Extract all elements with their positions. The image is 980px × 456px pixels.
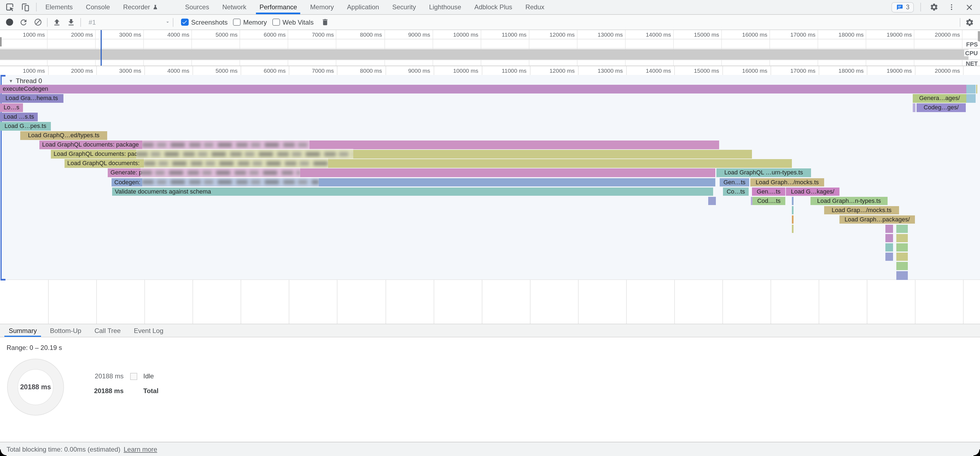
flame-bar[interactable]: Gen.…ts [752,187,785,196]
tab-performance[interactable]: Performance [253,0,304,14]
trash-icon[interactable] [318,16,332,28]
tab-recorder[interactable]: Recorder [116,0,165,14]
flame-bar-label: Load G…pes.ts [5,122,46,129]
close-devtools-icon[interactable] [963,1,975,13]
detail-tab-call-tree[interactable]: Call Tree [88,324,127,337]
checkbox-label: Web Vitals [282,18,313,26]
divider [80,18,81,27]
clear-recording-button[interactable] [30,16,45,28]
ruler-time-tick: 18000 ms [817,67,864,74]
flame-bar-fragment[interactable] [792,206,793,214]
flame-bar-fragment[interactable] [896,225,908,233]
inspect-element-icon[interactable] [3,1,16,13]
flame-bar-label: Co…ts [727,188,745,194]
tab-redux[interactable]: Redux [519,0,551,14]
flame-bar-label: Load G…kages/ [791,188,835,194]
flame-bar-fragment[interactable] [896,271,908,280]
flame-bar-fragment[interactable] [896,253,908,261]
history-select[interactable]: #1 [83,18,170,26]
issues-button[interactable]: 3 [891,2,914,12]
tab-application[interactable]: Application [340,0,385,14]
flame-bar[interactable]: Load …s.ts [0,113,38,121]
checkbox-web-vitals[interactable]: Web Vitals [272,18,313,26]
flame-bar[interactable]: Load G…kages/ [786,187,840,196]
tab-adblock-plus[interactable]: Adblock Plus [468,0,519,14]
flame-bar-fragment[interactable] [751,197,752,205]
detail-tab-summary[interactable]: Summary [2,324,43,337]
checkbox-screenshots[interactable]: Screenshots [181,18,228,26]
record-button[interactable] [2,16,16,28]
detail-tab-bottom-up[interactable]: Bottom-Up [43,324,88,337]
devtools-tabbar: ElementsConsoleRecorderSourcesNetworkPer… [0,0,980,15]
range-label: Range: 0 – 20.19 s [6,344,62,351]
flame-bar[interactable]: Lo…s [0,103,23,112]
flame-chart[interactable]: ▼ Thread 0 1000 ms2000 ms3000 ms4000 ms5… [0,66,980,324]
flame-bar[interactable]: Genera…ages/ [913,94,966,103]
flame-bar[interactable]: Load GraphQL …urn-types.ts [716,169,811,177]
window-corner [0,450,6,456]
tab-label: Elements [45,3,73,11]
ruler-time-tick: 4000 ms [142,67,189,74]
timeline-overview[interactable]: FPS CPU NET 1000 ms2000 ms3000 ms4000 ms… [0,30,980,66]
flame-bar[interactable]: Load G…pes.ts [0,122,51,130]
flame-bar-fragment[interactable] [885,234,893,243]
total-blocking-time-text: Total blocking time: 0.00ms (estimated) [6,445,120,453]
overview-right-handle[interactable] [978,31,980,41]
flame-bar-fragment[interactable] [885,243,893,252]
flame-bar-fragment[interactable] [966,85,975,93]
flame-bar-fragment[interactable] [896,234,908,243]
flame-bar-label: Load Gra…hema.ts [5,95,58,101]
flame-bar-fragment[interactable] [885,253,893,261]
tab-security[interactable]: Security [385,0,422,14]
flame-bar[interactable]: Load GraphQL documents: package [40,141,719,149]
flame-bar[interactable]: Load Graph…/mocks.ts [750,178,824,186]
flame-bar[interactable]: Codeg…ges/ [916,103,966,112]
flame-bar-fragment[interactable] [885,225,893,233]
tab-memory[interactable]: Memory [304,0,340,14]
flame-bar-fragment[interactable] [792,197,793,205]
flame-bar-fragment[interactable] [792,215,793,224]
flame-bar[interactable]: Gen…ts [720,178,749,186]
detail-tab-event-log[interactable]: Event Log [127,324,170,337]
flame-bar[interactable]: Load Graph…packages/ [840,215,915,224]
tab-sources[interactable]: Sources [178,0,216,14]
overview-left-handle[interactable] [0,37,2,46]
flame-bar-fragment[interactable] [966,94,975,103]
reload-and-record-button[interactable] [16,16,30,28]
load-profile-icon[interactable] [50,16,64,28]
net-label: NET [965,60,979,66]
flame-bar-fragment[interactable] [976,85,977,93]
tab-network[interactable]: Network [216,0,253,14]
flame-bar-label: Load GraphQL documents: [67,160,140,167]
flame-bar-label: Load Graph…/mocks.ts [756,178,819,185]
flame-bar-fragment[interactable] [913,103,915,112]
flame-bar[interactable]: executeCodegen [0,85,966,93]
thread-header[interactable]: ▼ Thread 0 [9,77,42,85]
gridline [962,30,963,66]
flame-bar[interactable]: Co…ts [723,187,749,196]
ruler-time-tick: 11000 ms [480,67,527,74]
tab-elements[interactable]: Elements [39,0,79,14]
flame-bar-fragment[interactable] [896,262,908,270]
checkbox-memory[interactable]: Memory [233,18,267,26]
tab-lighthouse[interactable]: Lighthouse [422,0,468,14]
flame-bar[interactable]: Validate documents against schema [112,187,713,196]
learn-more-link[interactable]: Learn more [124,445,157,453]
flame-bar[interactable]: Load GraphQ…ed/types.ts [20,132,107,140]
more-options-icon[interactable] [945,1,958,13]
settings-gear-icon[interactable] [928,1,940,13]
flame-bar[interactable]: Load Grap…/mocks.ts [824,206,899,214]
save-profile-icon[interactable] [64,16,78,28]
flame-bar-label: Load …s.ts [3,113,34,120]
flame-bar[interactable]: Load Gra…hema.ts [0,94,64,103]
tab-console[interactable]: Console [79,0,116,14]
device-toolbar-icon[interactable] [19,1,32,13]
flame-bar-fragment[interactable] [708,197,716,205]
fps-row-divider [0,48,980,49]
flame-bar[interactable]: Load Graph…n-types.ts [810,197,888,205]
flame-bar-fragment[interactable] [792,225,793,233]
flame-bar-fragment[interactable] [896,243,908,252]
flame-bar[interactable]: Cod.…ts [752,197,785,205]
capture-settings-gear-icon[interactable] [963,16,977,28]
ruler-time-tick: 15000 ms [672,67,719,74]
